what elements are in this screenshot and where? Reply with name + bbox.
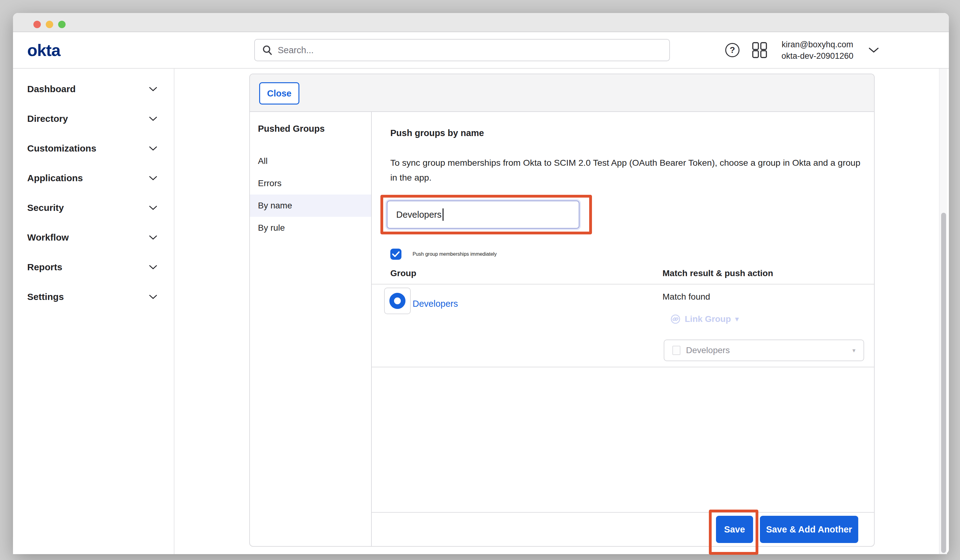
account-org: okta-dev-20901260: [773, 50, 862, 62]
help-button[interactable]: ?: [725, 43, 740, 58]
search-icon: [262, 45, 273, 55]
chain-link-icon: [670, 314, 680, 324]
link-group-dropdown[interactable]: Link Group ▾: [670, 314, 739, 324]
chevron-down-icon: [149, 116, 157, 121]
sidebar-item-reports[interactable]: Reports: [13, 252, 174, 282]
pushed-groups-nav: Pushed Groups All Errors By name By rule: [250, 112, 372, 546]
chevron-down-icon: [149, 294, 157, 299]
link-group-label: Link Group: [685, 314, 731, 324]
admin-sidebar: Dashboard Directory Customizations Appli…: [13, 69, 174, 554]
nav-item-errors[interactable]: Errors: [250, 172, 371, 195]
push-immediately-label: Push group memberships immediately: [413, 251, 497, 257]
section-description: To sync group memberships from Okta to S…: [390, 155, 861, 185]
nav-item-all[interactable]: All: [250, 150, 371, 172]
window-titlebar: [13, 13, 949, 32]
scrollbar-track: [939, 69, 947, 554]
zoom-window-button[interactable]: [58, 21, 66, 28]
save-add-another-button[interactable]: Save & Add Another: [760, 516, 858, 543]
push-groups-panel: Close Pushed Groups All Errors By name B…: [249, 74, 875, 547]
chevron-down-icon: [149, 146, 157, 151]
group-name-link[interactable]: Developers: [413, 299, 458, 309]
annotation-box-group-input: [381, 195, 592, 234]
section-heading: Push groups by name: [390, 128, 484, 138]
close-window-button[interactable]: [34, 21, 41, 28]
chevron-down-icon: [149, 86, 157, 91]
matched-group-select[interactable]: Developers ▾: [664, 339, 864, 361]
push-immediately-checkbox[interactable]: [390, 249, 402, 260]
table-header-divider: [372, 284, 874, 285]
sidebar-item-customizations[interactable]: Customizations: [13, 134, 174, 163]
scrollbar-thumb[interactable]: [941, 213, 946, 553]
account-menu[interactable]: kiran@boxyhq.com okta-dev-20901260: [773, 39, 862, 62]
apps-grid-icon: [752, 42, 767, 58]
okta-circle-logo-icon: [389, 293, 405, 309]
sidebar-item-directory[interactable]: Directory: [13, 104, 174, 134]
chevron-down-icon: ▾: [735, 315, 739, 323]
nav-item-by-name[interactable]: By name: [250, 195, 371, 217]
group-placeholder-icon: [672, 346, 680, 355]
sidebar-item-dashboard[interactable]: Dashboard: [13, 74, 174, 104]
okta-group-icon: [384, 288, 411, 314]
sidebar-item-applications[interactable]: Applications: [13, 163, 174, 193]
nav-item-by-rule[interactable]: By rule: [250, 217, 371, 239]
chevron-down-icon: [149, 205, 157, 210]
column-header-match: Match result & push action: [662, 269, 773, 278]
global-search[interactable]: [254, 39, 670, 61]
chevron-down-icon: [149, 235, 157, 240]
annotation-box-save: [709, 510, 758, 555]
search-input[interactable]: [278, 45, 669, 55]
match-result-text: Match found: [662, 292, 710, 302]
close-button[interactable]: Close: [259, 82, 299, 104]
matched-group-value: Developers: [686, 346, 847, 355]
select-caret-icon: ▾: [852, 347, 856, 354]
browser-window: okta ? kiran@boxyhq.com: [13, 13, 949, 554]
chevron-down-icon: [149, 265, 157, 270]
footer-divider: [372, 512, 874, 513]
apps-grid-button[interactable]: [752, 43, 767, 58]
column-header-group: Group: [390, 269, 416, 278]
top-navigation-bar: okta ? kiran@boxyhq.com: [13, 32, 949, 69]
chevron-down-icon[interactable]: [869, 47, 879, 53]
panel-header: Close: [250, 74, 874, 112]
minimize-window-button[interactable]: [46, 21, 53, 28]
help-icon: ?: [725, 43, 739, 57]
sidebar-item-workflow[interactable]: Workflow: [13, 222, 174, 252]
check-icon: [392, 251, 400, 257]
sidebar-item-settings[interactable]: Settings: [13, 282, 174, 312]
account-email: kiran@boxyhq.com: [773, 39, 862, 50]
table-row-divider: [372, 367, 874, 367]
push-by-name-content: Push groups by name To sync group member…: [372, 112, 874, 546]
okta-logo: okta: [27, 40, 60, 60]
pushed-groups-title: Pushed Groups: [250, 124, 371, 134]
sidebar-item-security[interactable]: Security: [13, 193, 174, 222]
chevron-down-icon: [149, 176, 157, 181]
